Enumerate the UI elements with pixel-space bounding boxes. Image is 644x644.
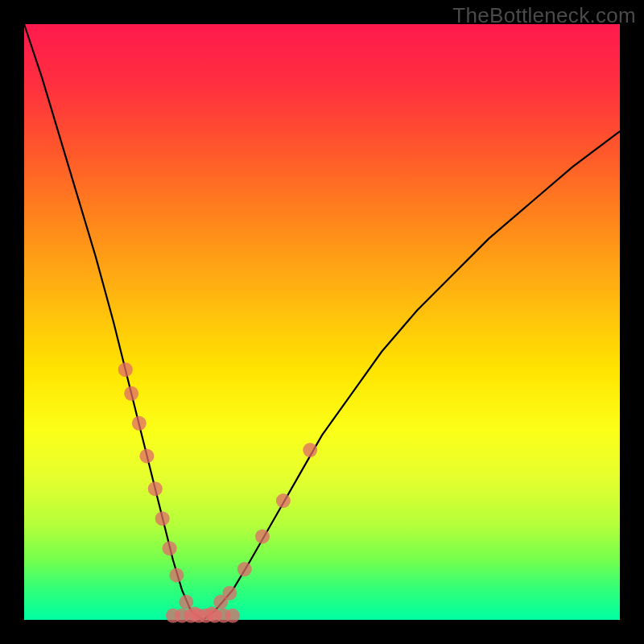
data-marker — [148, 481, 163, 496]
chart-svg — [24, 24, 620, 620]
data-marker — [118, 362, 133, 377]
data-marker — [237, 562, 252, 576]
data-marker — [155, 511, 170, 526]
data-marker — [124, 386, 138, 401]
data-marker — [179, 595, 193, 609]
right-branch-markers — [204, 443, 317, 621]
data-marker — [163, 541, 177, 555]
left-branch-markers — [118, 362, 202, 621]
bottleneck-curve — [24, 24, 620, 620]
data-marker — [169, 568, 184, 583]
data-marker — [132, 416, 147, 431]
data-marker — [255, 529, 270, 543]
chart-frame: TheBottleneck.com — [0, 0, 644, 644]
data-marker — [303, 443, 317, 457]
data-marker — [222, 586, 237, 601]
data-marker — [276, 493, 291, 508]
plot-area — [24, 24, 620, 620]
bottom-markers — [166, 609, 240, 623]
watermark-text: TheBottleneck.com — [452, 3, 636, 28]
data-marker — [139, 449, 154, 464]
data-marker — [225, 609, 240, 623]
